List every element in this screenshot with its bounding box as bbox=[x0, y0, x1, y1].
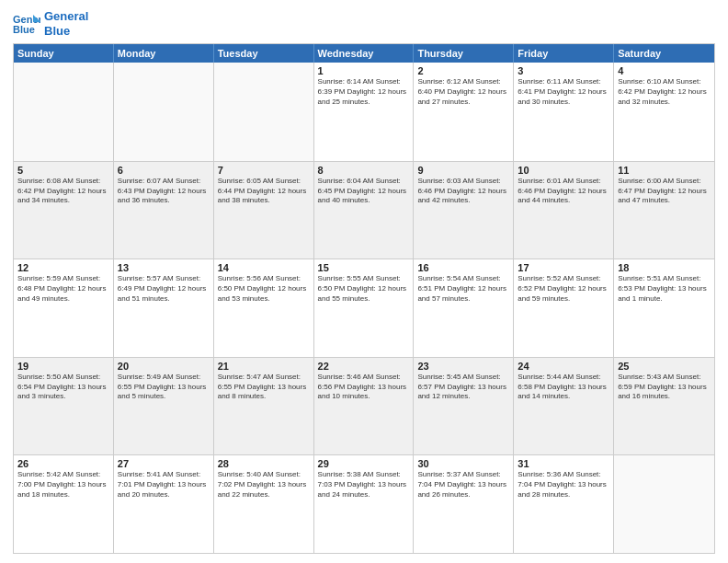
day-number: 9 bbox=[417, 165, 509, 176]
day-info: Sunrise: 6:07 AM Sunset: 6:43 PM Dayligh… bbox=[118, 177, 210, 206]
calendar-header: SundayMondayTuesdayWednesdayThursdayFrid… bbox=[14, 44, 714, 63]
day-info: Sunrise: 5:43 AM Sunset: 6:59 PM Dayligh… bbox=[618, 373, 711, 402]
logo-text: General Blue bbox=[44, 9, 88, 38]
day-number: 28 bbox=[218, 458, 310, 469]
calendar-row-2: 5Sunrise: 6:08 AM Sunset: 6:42 PM Daylig… bbox=[14, 161, 714, 259]
day-info: Sunrise: 5:40 AM Sunset: 7:02 PM Dayligh… bbox=[218, 470, 310, 500]
day-info: Sunrise: 5:55 AM Sunset: 6:50 PM Dayligh… bbox=[318, 274, 410, 304]
day-cell-9: 9Sunrise: 6:03 AM Sunset: 6:46 PM Daylig… bbox=[414, 162, 514, 259]
calendar: SundayMondayTuesdayWednesdayThursdayFrid… bbox=[13, 43, 715, 554]
weekday-header-thursday: Thursday bbox=[414, 44, 514, 63]
day-number: 25 bbox=[618, 361, 711, 372]
day-number: 27 bbox=[118, 458, 210, 469]
empty-cell bbox=[214, 63, 314, 161]
day-cell-4: 4Sunrise: 6:10 AM Sunset: 6:42 PM Daylig… bbox=[614, 63, 714, 161]
day-cell-20: 20Sunrise: 5:49 AM Sunset: 6:55 PM Dayli… bbox=[114, 358, 214, 455]
day-cell-3: 3Sunrise: 6:11 AM Sunset: 6:41 PM Daylig… bbox=[514, 63, 614, 161]
day-number: 11 bbox=[618, 165, 711, 176]
day-info: Sunrise: 5:46 AM Sunset: 6:56 PM Dayligh… bbox=[318, 373, 410, 402]
day-info: Sunrise: 6:08 AM Sunset: 6:42 PM Dayligh… bbox=[17, 177, 109, 206]
day-number: 21 bbox=[218, 361, 310, 372]
day-cell-14: 14Sunrise: 5:56 AM Sunset: 6:50 PM Dayli… bbox=[214, 259, 314, 357]
day-number: 23 bbox=[417, 361, 509, 372]
day-info: Sunrise: 6:05 AM Sunset: 6:44 PM Dayligh… bbox=[218, 177, 310, 206]
day-info: Sunrise: 5:44 AM Sunset: 6:58 PM Dayligh… bbox=[518, 373, 609, 402]
day-info: Sunrise: 6:10 AM Sunset: 6:42 PM Dayligh… bbox=[618, 77, 711, 107]
calendar-row-1: 1Sunrise: 6:14 AM Sunset: 6:39 PM Daylig… bbox=[14, 63, 714, 161]
day-number: 19 bbox=[17, 361, 109, 372]
day-number: 24 bbox=[518, 361, 609, 372]
day-info: Sunrise: 5:38 AM Sunset: 7:03 PM Dayligh… bbox=[318, 470, 410, 500]
day-info: Sunrise: 6:04 AM Sunset: 6:45 PM Dayligh… bbox=[318, 177, 410, 206]
day-number: 15 bbox=[318, 262, 410, 273]
day-number: 20 bbox=[118, 361, 210, 372]
empty-cell bbox=[14, 63, 114, 161]
day-info: Sunrise: 6:03 AM Sunset: 6:46 PM Dayligh… bbox=[417, 177, 509, 206]
day-cell-2: 2Sunrise: 6:12 AM Sunset: 6:40 PM Daylig… bbox=[414, 63, 514, 161]
day-cell-30: 30Sunrise: 5:37 AM Sunset: 7:04 PM Dayli… bbox=[414, 455, 514, 553]
day-cell-25: 25Sunrise: 5:43 AM Sunset: 6:59 PM Dayli… bbox=[614, 358, 714, 455]
day-cell-11: 11Sunrise: 6:00 AM Sunset: 6:47 PM Dayli… bbox=[614, 162, 714, 259]
day-cell-22: 22Sunrise: 5:46 AM Sunset: 6:56 PM Dayli… bbox=[314, 358, 415, 455]
day-number: 18 bbox=[618, 262, 711, 273]
day-number: 14 bbox=[218, 262, 310, 273]
day-cell-19: 19Sunrise: 5:50 AM Sunset: 6:54 PM Dayli… bbox=[14, 358, 114, 455]
page: General Blue General Blue SundayMondayTu… bbox=[0, 0, 728, 563]
day-cell-15: 15Sunrise: 5:55 AM Sunset: 6:50 PM Dayli… bbox=[314, 259, 415, 357]
day-info: Sunrise: 5:59 AM Sunset: 6:48 PM Dayligh… bbox=[17, 274, 109, 304]
svg-text:Blue: Blue bbox=[13, 24, 35, 35]
day-number: 30 bbox=[417, 458, 509, 469]
day-info: Sunrise: 6:11 AM Sunset: 6:41 PM Dayligh… bbox=[518, 77, 609, 107]
day-info: Sunrise: 5:56 AM Sunset: 6:50 PM Dayligh… bbox=[218, 274, 310, 304]
day-info: Sunrise: 5:45 AM Sunset: 6:57 PM Dayligh… bbox=[417, 373, 509, 402]
empty-cell bbox=[114, 63, 214, 161]
day-number: 2 bbox=[417, 65, 509, 76]
day-number: 22 bbox=[318, 361, 410, 372]
day-number: 17 bbox=[518, 262, 609, 273]
day-cell-26: 26Sunrise: 5:42 AM Sunset: 7:00 PM Dayli… bbox=[14, 455, 114, 553]
day-info: Sunrise: 5:51 AM Sunset: 6:53 PM Dayligh… bbox=[618, 274, 711, 304]
day-cell-7: 7Sunrise: 6:05 AM Sunset: 6:44 PM Daylig… bbox=[214, 162, 314, 259]
day-number: 10 bbox=[518, 165, 609, 176]
empty-cell bbox=[614, 455, 714, 553]
weekday-header-monday: Monday bbox=[114, 44, 214, 63]
day-number: 5 bbox=[17, 165, 109, 176]
day-info: Sunrise: 6:14 AM Sunset: 6:39 PM Dayligh… bbox=[318, 77, 410, 107]
day-cell-13: 13Sunrise: 5:57 AM Sunset: 6:49 PM Dayli… bbox=[114, 259, 214, 357]
day-cell-12: 12Sunrise: 5:59 AM Sunset: 6:48 PM Dayli… bbox=[14, 259, 114, 357]
day-number: 6 bbox=[118, 165, 210, 176]
day-cell-6: 6Sunrise: 6:07 AM Sunset: 6:43 PM Daylig… bbox=[114, 162, 214, 259]
day-number: 4 bbox=[618, 65, 711, 76]
day-info: Sunrise: 5:54 AM Sunset: 6:51 PM Dayligh… bbox=[417, 274, 509, 304]
day-cell-31: 31Sunrise: 5:36 AM Sunset: 7:04 PM Dayli… bbox=[514, 455, 614, 553]
day-cell-5: 5Sunrise: 6:08 AM Sunset: 6:42 PM Daylig… bbox=[14, 162, 114, 259]
calendar-row-5: 26Sunrise: 5:42 AM Sunset: 7:00 PM Dayli… bbox=[14, 454, 714, 553]
calendar-body: 1Sunrise: 6:14 AM Sunset: 6:39 PM Daylig… bbox=[14, 63, 714, 553]
day-cell-23: 23Sunrise: 5:45 AM Sunset: 6:57 PM Dayli… bbox=[414, 358, 514, 455]
day-number: 1 bbox=[318, 65, 410, 76]
day-info: Sunrise: 5:49 AM Sunset: 6:55 PM Dayligh… bbox=[118, 373, 210, 402]
day-info: Sunrise: 5:37 AM Sunset: 7:04 PM Dayligh… bbox=[417, 470, 509, 500]
day-number: 29 bbox=[318, 458, 410, 469]
day-cell-29: 29Sunrise: 5:38 AM Sunset: 7:03 PM Dayli… bbox=[314, 455, 415, 553]
logo: General Blue General Blue bbox=[13, 9, 88, 38]
day-info: Sunrise: 5:42 AM Sunset: 7:00 PM Dayligh… bbox=[17, 470, 109, 500]
day-cell-8: 8Sunrise: 6:04 AM Sunset: 6:45 PM Daylig… bbox=[314, 162, 415, 259]
day-cell-18: 18Sunrise: 5:51 AM Sunset: 6:53 PM Dayli… bbox=[614, 259, 714, 357]
day-number: 7 bbox=[218, 165, 310, 176]
day-number: 3 bbox=[518, 65, 609, 76]
day-info: Sunrise: 6:12 AM Sunset: 6:40 PM Dayligh… bbox=[417, 77, 509, 107]
day-info: Sunrise: 5:50 AM Sunset: 6:54 PM Dayligh… bbox=[17, 373, 109, 402]
day-number: 13 bbox=[118, 262, 210, 273]
day-info: Sunrise: 6:00 AM Sunset: 6:47 PM Dayligh… bbox=[618, 177, 711, 206]
weekday-header-sunday: Sunday bbox=[14, 44, 114, 63]
day-cell-16: 16Sunrise: 5:54 AM Sunset: 6:51 PM Dayli… bbox=[414, 259, 514, 357]
day-info: Sunrise: 5:36 AM Sunset: 7:04 PM Dayligh… bbox=[518, 470, 609, 500]
weekday-header-friday: Friday bbox=[514, 44, 614, 63]
day-number: 8 bbox=[318, 165, 410, 176]
weekday-header-wednesday: Wednesday bbox=[314, 44, 415, 63]
day-number: 12 bbox=[17, 262, 109, 273]
day-cell-21: 21Sunrise: 5:47 AM Sunset: 6:55 PM Dayli… bbox=[214, 358, 314, 455]
day-cell-1: 1Sunrise: 6:14 AM Sunset: 6:39 PM Daylig… bbox=[314, 63, 415, 161]
day-cell-17: 17Sunrise: 5:52 AM Sunset: 6:52 PM Dayli… bbox=[514, 259, 614, 357]
